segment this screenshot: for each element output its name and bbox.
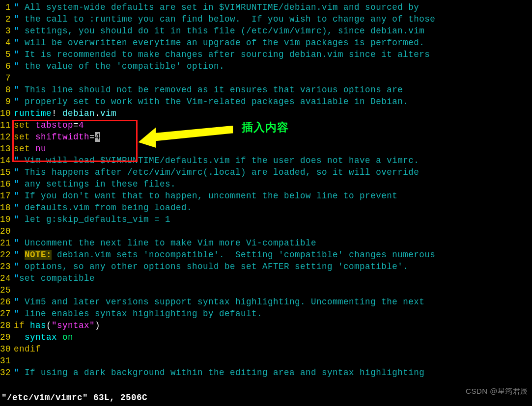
code-line[interactable]: 32" If using a dark background within th… [0,367,532,379]
line-content: " will be overwritten everytime an upgra… [14,37,424,49]
line-content: runtime! debian.vim [14,108,116,119]
line-content: " line enables syntax highlighting by de… [14,308,262,320]
line-number: 11 [0,119,14,131]
code-line[interactable]: 2" the call to :runtime you can find bel… [0,13,532,25]
code-line[interactable]: 24"set compatible [0,272,532,284]
line-number: 31 [0,355,14,367]
line-number: 25 [0,284,14,296]
line-content: " Vim will load $VIMRUNTIME/defaults.vim… [14,155,419,166]
line-number: 10 [0,108,14,119]
line-number: 15 [0,166,14,178]
line-number: 13 [0,143,14,155]
line-content: " defaults.vim from being loaded. [14,202,192,214]
line-number: 9 [0,96,14,108]
line-content: set tabstop=4 [14,119,84,131]
code-line[interactable]: 28if has("syntax") [0,320,532,331]
code-line[interactable]: 9" properly set to work with the Vim-rel… [0,96,532,108]
code-line[interactable]: 8" This line should not be removed as it… [0,84,532,96]
line-content: endif [14,343,41,355]
line-number: 29 [0,331,14,343]
line-number: 8 [0,84,14,96]
line-number: 24 [0,272,14,284]
code-line[interactable]: 31 [0,355,532,367]
line-content: " let g:skip_defaults_vim = 1 [14,214,170,225]
code-line[interactable]: 26" Vim5 and later versions support synt… [0,296,532,308]
vim-status-line: "/etc/vim/vimrc" 63L, 2506C [1,392,147,404]
line-number: 12 [0,131,14,143]
line-content: " If you don't want that to happen, unco… [14,190,397,202]
line-number: 28 [0,320,14,331]
line-number: 4 [0,37,14,49]
code-line[interactable]: 4" will be overwritten everytime an upgr… [0,37,532,49]
code-line[interactable]: 17" If you don't want that to happen, un… [0,190,532,202]
code-line[interactable]: 15" This happens after /etc/vim/vimrc(.l… [0,166,532,178]
line-content: " This line should not be removed as it … [14,84,403,96]
code-line[interactable]: 1" All system-wide defaults are set in $… [0,1,532,13]
code-line[interactable]: 7 [0,72,532,84]
line-number: 19 [0,214,14,225]
line-number: 30 [0,343,14,355]
code-line[interactable]: 27" line enables syntax highlighting by … [0,308,532,320]
line-number: 26 [0,296,14,308]
line-content: " This happens after /etc/vim/vimrc(.loc… [14,166,419,178]
line-number: 7 [0,72,14,84]
line-content: set shiftwidth=4 [14,131,100,143]
line-number: 22 [0,249,14,261]
line-content: syntax on [14,331,73,343]
line-number: 18 [0,202,14,214]
watermark-text: CSDN @星筠君辰 [466,385,528,397]
line-content: " settings, you should do it in this fil… [14,25,424,37]
code-line[interactable]: 30endif [0,343,532,355]
line-number: 6 [0,60,14,72]
line-number: 16 [0,178,14,190]
code-line[interactable]: 16" any settings in these files. [0,178,532,190]
line-number: 32 [0,367,14,379]
code-line[interactable]: 21" Uncomment the next line to make Vim … [0,237,532,249]
annotation-label: 插入内容 [242,122,289,134]
line-content: " NOTE: debian.vim sets 'nocompatible'. … [14,249,435,261]
line-content: " properly set to work with the Vim-rela… [14,96,408,108]
line-content: " All system-wide defaults are set in $V… [14,1,419,13]
line-number: 17 [0,190,14,202]
line-content: if has("syntax") [14,320,100,331]
code-line[interactable]: 13set nu [0,143,532,155]
line-number: 3 [0,25,14,37]
line-content: " options, so any other options should b… [14,261,408,272]
code-line[interactable]: 25 [0,284,532,296]
line-number: 5 [0,49,14,60]
line-content: " Vim5 and later versions support syntax… [14,296,424,308]
line-content: " If using a dark background within the … [14,367,424,379]
code-lines[interactable]: 1" All system-wide defaults are set in $… [0,1,532,379]
line-content: " any settings in these files. [14,178,176,190]
code-line[interactable]: 5" It is recommended to make changes aft… [0,49,532,60]
line-number: 1 [0,1,14,13]
code-line[interactable]: 29 syntax on [0,331,532,343]
line-content: " the call to :runtime you can find belo… [14,13,435,25]
line-content: set nu [14,143,46,155]
code-line[interactable]: 10runtime! debian.vim [0,108,532,119]
line-content: "set compatible [14,272,95,284]
code-line[interactable]: 20 [0,225,532,237]
line-number: 14 [0,155,14,166]
code-line[interactable]: 18" defaults.vim from being loaded. [0,202,532,214]
line-number: 21 [0,237,14,249]
line-number: 27 [0,308,14,320]
line-number: 2 [0,13,14,25]
line-content: " the value of the 'compatible' option. [14,60,224,72]
line-number: 20 [0,225,14,237]
vim-editor[interactable]: 1" All system-wide defaults are set in $… [0,0,532,406]
code-line[interactable]: 19" let g:skip_defaults_vim = 1 [0,214,532,225]
code-line[interactable]: 23" options, so any other options should… [0,261,532,272]
code-line[interactable]: 22" NOTE: debian.vim sets 'nocompatible'… [0,249,532,261]
code-line[interactable]: 14" Vim will load $VIMRUNTIME/defaults.v… [0,155,532,166]
line-content: " It is recommended to make changes afte… [14,49,430,60]
line-number: 23 [0,261,14,272]
code-line[interactable]: 6" the value of the 'compatible' option. [0,60,532,72]
code-line[interactable]: 3" settings, you should do it in this fi… [0,25,532,37]
line-content: " Uncomment the next line to make Vim mo… [14,237,316,249]
